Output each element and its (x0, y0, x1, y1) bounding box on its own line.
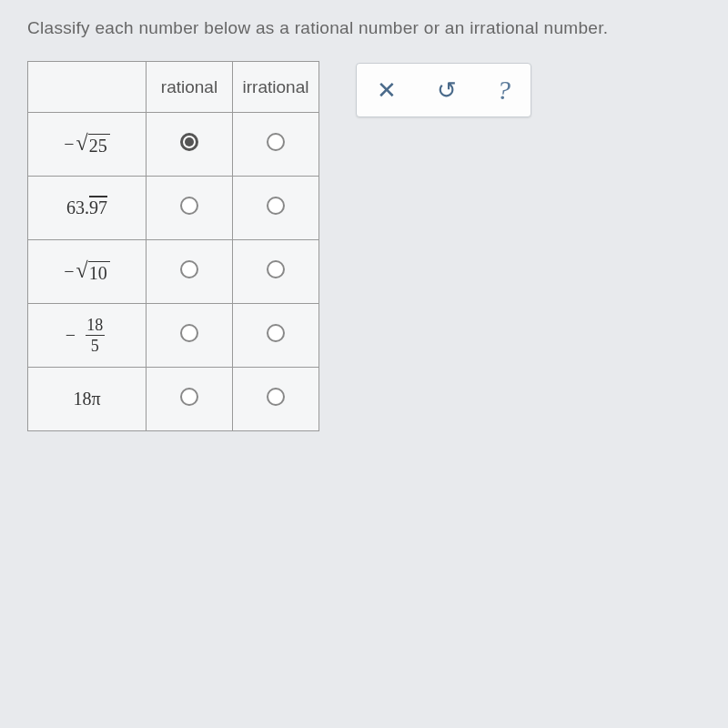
radio-rational-0[interactable] (180, 133, 198, 151)
radio-cell-rational (147, 177, 233, 240)
expression-18pi: 18π (28, 368, 147, 431)
decimal-repeat: 97 (89, 197, 107, 217)
question-text: Classify each number below as a rational… (27, 18, 701, 38)
radio-cell-irrational (233, 113, 319, 177)
negative-sign: − (64, 134, 74, 154)
expression-neg-fraction: − 18 5 (28, 304, 147, 368)
decimal-int: 63. (66, 197, 89, 217)
radio-rational-1[interactable] (180, 197, 198, 215)
radio-cell-rational (147, 240, 233, 304)
radio-irrational-3[interactable] (267, 324, 285, 342)
toolbar: ✕ ↺ ? (356, 63, 531, 117)
radio-cell-irrational (233, 240, 319, 304)
radio-irrational-1[interactable] (267, 197, 285, 215)
radio-cell-rational (147, 368, 233, 431)
header-rational: rational (147, 62, 233, 113)
radio-irrational-4[interactable] (267, 388, 285, 406)
help-button[interactable]: ? (497, 76, 511, 104)
header-row: rational irrational (28, 62, 319, 113)
radio-cell-irrational (233, 368, 319, 431)
negative-sign: − (66, 325, 76, 346)
table-row: − 18 5 (28, 304, 319, 368)
table-row: 18π (28, 368, 319, 431)
radio-cell-irrational (233, 177, 319, 240)
header-blank (28, 62, 147, 113)
expression-repeating-decimal: 63.97 (28, 177, 147, 240)
table-row: −√10 (28, 240, 319, 304)
close-button[interactable]: ✕ (377, 78, 397, 102)
expression-neg-sqrt-10: −√10 (28, 240, 147, 304)
expression-neg-sqrt-25: −√25 (28, 113, 147, 177)
radio-irrational-0[interactable] (267, 133, 285, 151)
radio-cell-irrational (233, 304, 319, 368)
radio-rational-4[interactable] (180, 388, 198, 406)
content-area: rational irrational −√25 63.97 (27, 61, 701, 431)
header-irrational: irrational (233, 62, 319, 113)
radio-cell-rational (147, 304, 233, 368)
negative-sign: − (64, 261, 74, 281)
sqrt-icon: √25 (76, 132, 110, 157)
table-row: 63.97 (28, 177, 319, 240)
table-row: −√25 (28, 113, 319, 177)
radio-rational-2[interactable] (180, 260, 198, 278)
sqrt-icon: √10 (76, 259, 110, 284)
radio-irrational-2[interactable] (267, 260, 285, 278)
radio-cell-rational (147, 113, 233, 177)
radio-rational-3[interactable] (180, 324, 198, 342)
classification-table: rational irrational −√25 63.97 (27, 61, 319, 431)
fraction-icon: 18 5 (81, 317, 108, 354)
reset-button[interactable]: ↺ (437, 78, 457, 102)
